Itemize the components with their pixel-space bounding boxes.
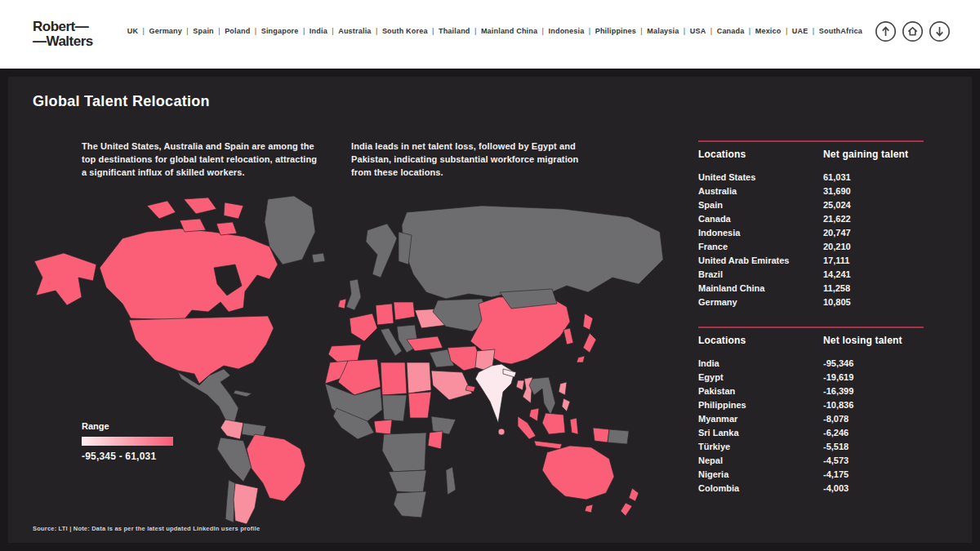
robert-walters-logo[interactable]: Robert——Walters <box>33 20 93 49</box>
map-region-indonesia-java[interactable] <box>534 441 562 449</box>
map-region-egypt[interactable] <box>407 362 431 393</box>
scroll-down-icon[interactable] <box>929 20 951 42</box>
column-header-locations: Locations <box>698 149 823 160</box>
table-row: Indonesia20,747 <box>698 225 924 239</box>
map-region-indonesia-papua[interactable] <box>593 428 609 442</box>
map-region-japan[interactable] <box>577 356 585 362</box>
range-values: -95,345 - 61,031 <box>82 451 173 462</box>
table-row: Colombia-4,003 <box>698 481 924 495</box>
map-region-canada-arctic[interactable] <box>180 219 206 232</box>
nav-item-malaysia[interactable]: Malaysia <box>647 27 689 35</box>
map-region-malaysia[interactable] <box>529 408 539 421</box>
home-icon[interactable] <box>902 20 924 42</box>
country-nav: UKGermanySpainPolandSingaporeIndiaAustra… <box>127 27 875 35</box>
map-region-australia[interactable] <box>542 446 614 500</box>
map-region-uk[interactable] <box>346 279 361 310</box>
map-region-argentina[interactable] <box>234 483 258 524</box>
map-region-chad[interactable] <box>382 395 407 421</box>
map-region-horn-of-africa[interactable] <box>431 416 456 434</box>
table-header: Locations Net losing talent <box>698 328 924 346</box>
map-region-nigeria[interactable] <box>374 420 392 434</box>
nav-item-indonesia[interactable]: Indonesia <box>549 27 595 35</box>
table-row: United States61,031 <box>698 170 924 184</box>
map-region-colombia[interactable] <box>220 420 243 439</box>
map-region-philippines[interactable] <box>562 398 570 411</box>
nav-item-mexico[interactable]: Mexico <box>755 27 792 35</box>
map-region-mexico[interactable] <box>178 369 238 426</box>
table-row: Brazil14,241 <box>698 267 924 281</box>
map-region-new-zealand[interactable] <box>621 503 632 516</box>
map-region-canada-arctic[interactable] <box>224 202 243 219</box>
table-row: France20,210 <box>698 239 924 253</box>
nav-item-philippines[interactable]: Philippines <box>595 27 648 35</box>
map-region-south-korea[interactable] <box>564 328 573 344</box>
nav-item-canada[interactable]: Canada <box>717 27 755 35</box>
logo-line2: —Walters <box>33 33 93 49</box>
intro-text-gaining: The United States, Australia and Spain a… <box>82 140 323 180</box>
column-header-net-gaining: Net gaining talent <box>823 149 908 160</box>
table-row: Mainland China11,258 <box>698 281 924 295</box>
nav-item-germany[interactable]: Germany <box>149 27 194 35</box>
nav-item-singapore[interactable]: Singapore <box>261 27 310 35</box>
map-region-alaska[interactable] <box>34 253 96 305</box>
nav-item-india[interactable]: India <box>310 27 338 35</box>
map-region-indonesia-sumatra[interactable] <box>518 416 536 439</box>
map-region-central-africa[interactable] <box>382 433 426 472</box>
source-note: Source: LTI | Note: Data is as per the l… <box>33 525 260 532</box>
map-region-libya[interactable] <box>381 362 407 395</box>
nav-item-thailand[interactable]: Thailand <box>439 27 481 35</box>
nav-item-south-korea[interactable]: South Korea <box>382 27 439 35</box>
map-region-canada-arctic[interactable] <box>184 198 216 214</box>
map-region-iceland[interactable] <box>312 253 325 263</box>
table-body: India-95,346 Egypt-19,619 Pakistan-16,39… <box>698 356 924 495</box>
map-region-germany[interactable] <box>376 304 394 325</box>
map-region-philippines[interactable] <box>559 382 567 395</box>
intro-text-losing: India leads in net talent loss, followed… <box>351 140 581 180</box>
net-gaining-table: Locations Net gaining talent United Stat… <box>698 140 924 309</box>
report-panel: Global Talent Relocation The United Stat… <box>8 77 972 543</box>
table-body: United States61,031 Australia31,690 Spai… <box>698 170 924 309</box>
map-region-peru-bolivia[interactable] <box>217 438 252 482</box>
map-region-cuba[interactable] <box>234 390 252 397</box>
map-region-kenya[interactable] <box>428 431 443 449</box>
world-map <box>24 189 686 526</box>
map-region-japan[interactable] <box>583 313 593 330</box>
map-region-sudan[interactable] <box>408 392 431 418</box>
table-row: Nigeria-4,175 <box>698 467 924 481</box>
map-region-sri-lanka[interactable] <box>498 429 505 435</box>
map-region-canada[interactable] <box>100 229 278 320</box>
map-region-south-africa[interactable] <box>394 491 426 518</box>
nav-item-uk[interactable]: UK <box>127 27 149 35</box>
map-region-madagascar[interactable] <box>446 467 456 495</box>
map-region-southern-africa[interactable] <box>389 470 426 493</box>
map-region-indonesia-sulawesi[interactable] <box>570 418 578 434</box>
map-region-france[interactable] <box>350 313 377 341</box>
map-region-russia[interactable] <box>402 206 663 299</box>
map-region-papua-new-guinea[interactable] <box>608 429 629 444</box>
map-region-usa[interactable] <box>129 316 274 384</box>
nav-item-usa[interactable]: USA <box>690 27 717 35</box>
map-region-new-zealand[interactable] <box>629 488 639 501</box>
nav-item-spain[interactable]: Spain <box>193 27 225 35</box>
map-region-tasmania[interactable] <box>585 504 593 513</box>
map-region-saudi-arabia[interactable] <box>431 371 472 400</box>
map-region-scandinavia[interactable] <box>366 224 397 278</box>
table-row: Germany10,805 <box>698 295 924 309</box>
page-title: Global Talent Relocation <box>33 93 210 110</box>
map-region-indonesia-borneo[interactable] <box>542 413 565 434</box>
column-header-net-losing: Net losing talent <box>823 335 902 346</box>
nav-item-south-africa[interactable]: SouthAfrica <box>819 27 862 35</box>
logo-line1: Robert— <box>33 19 88 34</box>
table-row: Sri Lanka-6,246 <box>698 425 924 439</box>
net-losing-table: Locations Net losing talent India-95,346… <box>698 327 924 495</box>
map-region-canada-arctic[interactable] <box>147 201 176 219</box>
nav-item-mainland-china[interactable]: Mainland China <box>481 27 549 35</box>
nav-item-australia[interactable]: Australia <box>338 27 382 35</box>
nav-item-poland[interactable]: Poland <box>225 27 261 35</box>
map-region-japan[interactable] <box>583 333 596 353</box>
map-region-ireland[interactable] <box>338 299 346 309</box>
map-region-bangladesh[interactable] <box>516 380 524 390</box>
nav-item-uae[interactable]: UAE <box>792 27 819 35</box>
scroll-up-icon[interactable] <box>875 20 897 42</box>
map-region-poland[interactable] <box>394 302 415 320</box>
